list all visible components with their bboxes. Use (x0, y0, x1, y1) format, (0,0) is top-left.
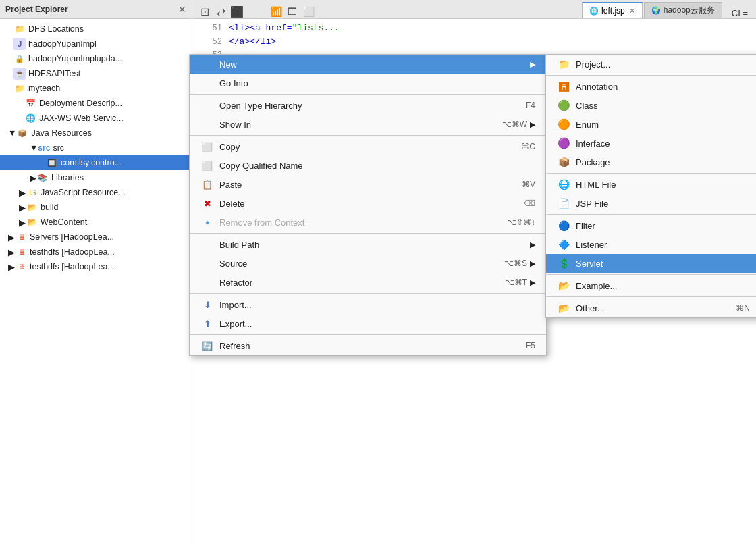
tree-item-Servers[interactable]: ▶ 🖥 Servers [HadoopLea... (0, 230, 192, 244)
example-icon: 📂 (557, 280, 570, 292)
menu-item-refactor[interactable]: Refactor ⌥⌘T ▶ (190, 273, 546, 292)
submenu-item-htmlfile[interactable]: 🌐 HTML File (546, 175, 756, 194)
showin-icon (200, 118, 214, 130)
menu-item-delete[interactable]: ✖ Delete ⌫ (190, 194, 546, 213)
submenu-separator-4 (546, 274, 756, 275)
jsp-icon: 📄 (557, 197, 570, 209)
menu-item-refactor-label: Refactor (219, 278, 491, 288)
submenu-item-servlet-label: Servlet (576, 259, 750, 269)
submenu-item-interface[interactable]: 🟣 Interface (546, 134, 756, 153)
tree-item-JavaResources[interactable]: ▼ 📦 Java Resources (0, 126, 192, 140)
menu-item-showin[interactable]: Show In ⌥⌘W ▶ (190, 115, 546, 134)
refresh-icon: 🔄 (200, 340, 214, 352)
libraries-icon: 📚 (36, 172, 49, 184)
submenu-arrow-icon: ▶ (530, 60, 535, 69)
submenu-item-jspfile-label: JSP File (576, 199, 750, 209)
webservice-icon: 🌐 (24, 112, 36, 124)
submenu-separator-2 (546, 173, 756, 174)
toolbar-icon-3[interactable]: ⬛ (230, 5, 244, 18)
menu-item-source[interactable]: Source ⌥⌘S ▶ (190, 254, 546, 273)
menu-shortcut: ⌥⌘W (502, 120, 527, 129)
project-explorer-close[interactable]: ✕ (178, 4, 186, 15)
tree-item-JAXWSWebServic[interactable]: 🌐 JAX-WS Web Servic... (0, 111, 192, 126)
tree-item-comlsycontro[interactable]: 🔲 com.lsy.contro... (0, 155, 192, 170)
project-icon: 📁 (557, 58, 570, 70)
tree-item-myteach[interactable]: 📁 myteach (0, 81, 192, 96)
menu-item-gointo[interactable]: Go Into (190, 74, 546, 93)
delete-icon: ✖ (200, 197, 214, 209)
tree-item-testhdfs1[interactable]: ▶ 🖥 testhdfs [HadoopLea... (0, 244, 192, 259)
submenu-separator-1 (546, 75, 756, 76)
menu-item-buildpath[interactable]: Build Path ▶ (190, 235, 546, 254)
tree-item-JavaScriptResource[interactable]: ▶ JS JavaScript Resource... (0, 185, 192, 200)
toolbar-icon-window[interactable]: 🗖 (286, 5, 299, 18)
submenu-item-annotation[interactable]: 🅰 Annotation (546, 77, 756, 96)
tree-item-label: HDFSAPITest (28, 69, 80, 78)
menu-item-opentypehierarchy-label: Open Type Hierarchy (219, 101, 512, 111)
menu-item-opentypehierarchy[interactable]: Open Type Hierarchy F4 (190, 96, 546, 115)
submenu-item-project[interactable]: 📁 Project... (546, 55, 756, 74)
tree-item-WebContent[interactable]: ▶ 📂 WebContent (0, 215, 192, 230)
menu-shortcut: F5 (526, 341, 535, 351)
tree-item-dfs[interactable]: 📁 DFS Locations (0, 22, 192, 36)
tree-item-label: Servers [HadoopLea... (30, 232, 114, 242)
submenu-item-listener[interactable]: 🔷 Listener (546, 235, 756, 254)
menu-item-new[interactable]: New ▶ (190, 55, 546, 74)
copyqualified-icon: ⬜ (200, 159, 214, 172)
tree-item-label: JAX-WS Web Servic... (39, 113, 124, 123)
submenu-item-servlet[interactable]: 💲 Servlet (546, 254, 756, 273)
toolbar-icon-1[interactable]: ⊡ (198, 5, 211, 18)
tree-item-label: Deployment Descrip... (39, 99, 122, 108)
project-locked-icon: 🔒 (14, 53, 26, 65)
submenu-item-example[interactable]: 📂 Example... (546, 276, 756, 295)
submenu-item-filter[interactable]: 🔵 Filter (546, 216, 756, 235)
menu-item-export[interactable]: ⬆ Export... (190, 314, 546, 333)
tree-item-label: build (40, 203, 58, 212)
menu-item-refresh[interactable]: 🔄 Refresh F5 (190, 336, 546, 355)
tree-item-label: hadoopYupanImplupda... (28, 54, 122, 63)
menu-separator-3 (190, 233, 546, 234)
menu-item-removefromcontext[interactable]: 🔹 Remove from Context ⌥⇧⌘↓ (190, 213, 546, 232)
java-icon: ☕ (14, 68, 26, 80)
submenu-item-other-label: Other... (576, 303, 722, 313)
menu-item-copyqualified-label: Copy Qualified Name (219, 161, 535, 171)
tree-item-Libraries[interactable]: ▶ 📚 Libraries (0, 170, 192, 185)
tree-item-label: hadoopYupanImpl (28, 39, 97, 49)
tab-leftjsp[interactable]: 🌐 left.jsp ✕ (582, 2, 643, 18)
submenu-item-enum[interactable]: 🟠 Enum (546, 115, 756, 134)
webcontent-folder-icon: 📂 (26, 216, 38, 228)
menu-item-source-label: Source (219, 259, 491, 269)
submenu-item-class[interactable]: 🟢 Class (546, 96, 756, 115)
src-icon: src (38, 142, 50, 154)
line-number: 51 (195, 22, 222, 35)
project-tree: 📁 DFS Locations J hadoopYupanImpl 🔒 hado… (0, 19, 192, 543)
build-folder-icon: 📂 (26, 201, 38, 213)
menu-item-import[interactable]: ⬇ Import... (190, 295, 546, 314)
menu-item-paste[interactable]: 📋 Paste ⌘V (190, 175, 546, 194)
tree-item-build[interactable]: ▶ 📂 build (0, 200, 192, 215)
tree-item-HDFSAPITest[interactable]: ☕ HDFSAPITest (0, 66, 192, 81)
toolbar-icon-2[interactable]: ⇄ (214, 5, 227, 18)
menu-separator-2 (190, 135, 546, 136)
line-code: <li><a href="lists... (229, 22, 340, 35)
buildpath-icon (200, 238, 214, 251)
tab-hadoop[interactable]: 🌍 hadoop云服务 (644, 2, 722, 18)
project-explorer-title: Project Explorer (5, 5, 68, 14)
submenu-item-package[interactable]: 📦 Package (546, 153, 756, 172)
toolbar-icon-square[interactable]: ⬜ (302, 5, 315, 18)
menu-item-copyqualified[interactable]: ⬜ Copy Qualified Name (190, 156, 546, 175)
tree-item-hadoopYupanImplupda[interactable]: 🔒 hadoopYupanImplupda... (0, 51, 192, 66)
tree-item-label: Libraries (51, 173, 84, 182)
submenu-item-listener-label: Listener (576, 240, 750, 250)
enum-icon: 🟠 (557, 118, 570, 130)
tree-item-src[interactable]: ▼ src src (0, 140, 192, 155)
tree-item-DeploymentDescrip[interactable]: 📅 Deployment Descrip... (0, 96, 192, 111)
tab-label: left.jsp (601, 6, 625, 16)
tree-item-hadoopYupanImpl[interactable]: J hadoopYupanImpl (0, 36, 192, 51)
menu-item-copy[interactable]: ⬜ Copy ⌘C (190, 137, 546, 156)
tree-item-testhdfs2[interactable]: ▶ 🖥 testhdfs [HadoopLea... (0, 259, 192, 274)
submenu-item-jspfile[interactable]: 📄 JSP File (546, 194, 756, 213)
submenu-item-other[interactable]: 📂 Other... ⌘N (546, 299, 756, 317)
submenu-new: 📁 Project... 🅰 Annotation 🟢 Class 🟠 Enum… (545, 54, 756, 318)
tab-close-icon[interactable]: ✕ (629, 7, 635, 16)
